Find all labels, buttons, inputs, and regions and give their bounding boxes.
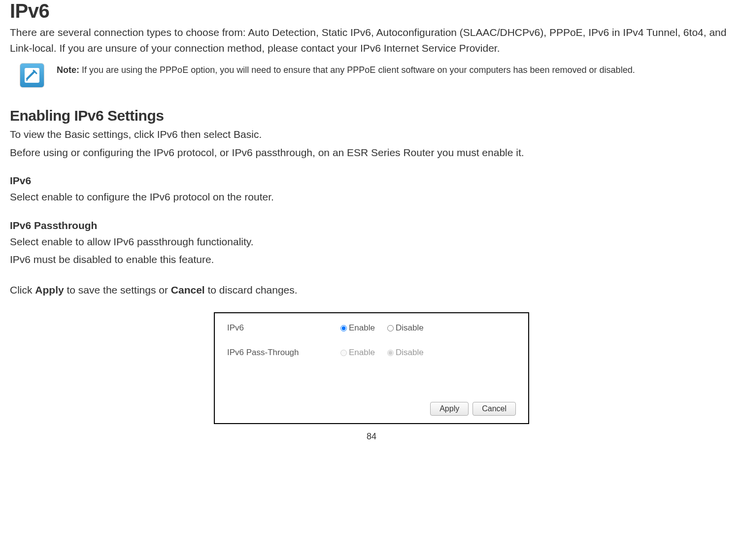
ipv6-row: IPv6 Enable Disable (227, 323, 516, 333)
passthrough-p1: Select enable to allow IPv6 passthrough … (10, 234, 733, 250)
button-row: Apply Cancel (227, 402, 516, 416)
ipv6-enable-label: Enable (349, 323, 375, 333)
ipv6-disable-label: Disable (396, 323, 424, 333)
passthrough-row-label: IPv6 Pass-Through (227, 348, 340, 358)
ipv6-heading: IPv6 (10, 175, 733, 187)
note-icon (20, 63, 44, 88)
passthrough-heading: IPv6 Passthrough (10, 220, 733, 231)
action-prefix: Click (10, 284, 35, 296)
section-p2: Before using or configuring the IPv6 pro… (10, 145, 733, 161)
ipv6-disable-option[interactable]: Disable (387, 323, 424, 333)
passthrough-row: IPv6 Pass-Through Enable Disable (227, 348, 516, 358)
cancel-button[interactable]: Cancel (473, 402, 516, 416)
passthrough-p2: IPv6 must be disabled to enable this fea… (10, 252, 733, 267)
settings-panel: IPv6 Enable Disable IPv6 Pass-Through En… (214, 312, 529, 424)
passthrough-enable-option: Enable (340, 348, 375, 358)
passthrough-enable-radio (340, 350, 347, 356)
note-text: Note: If you are using the PPPoE option,… (57, 63, 635, 76)
passthrough-radio-group: Enable Disable (340, 348, 424, 358)
action-cancel: Cancel (171, 284, 205, 296)
action-apply: Apply (35, 284, 64, 296)
action-mid: to save the settings or (64, 284, 171, 296)
ipv6-disable-radio[interactable] (387, 325, 394, 331)
ipv6-radio-group: Enable Disable (340, 323, 424, 333)
action-suffix: to discard changes. (205, 284, 298, 296)
passthrough-disable-label: Disable (396, 348, 424, 358)
passthrough-disable-radio (387, 350, 394, 356)
page-title: IPv6 (10, 0, 733, 22)
note-label: Note: (57, 65, 79, 75)
action-line: Click Apply to save the settings or Canc… (10, 282, 733, 298)
ipv6-enable-radio[interactable] (340, 325, 347, 331)
page-number: 84 (10, 431, 733, 442)
note-container: Note: If you are using the PPPoE option,… (20, 63, 733, 88)
ipv6-enable-option[interactable]: Enable (340, 323, 375, 333)
passthrough-enable-label: Enable (349, 348, 375, 358)
ipv6-row-label: IPv6 (227, 323, 340, 333)
passthrough-disable-option: Disable (387, 348, 424, 358)
section-heading: Enabling IPv6 Settings (10, 107, 733, 124)
note-body: If you are using the PPPoE option, you w… (79, 65, 635, 75)
intro-paragraph: There are several connection types to ch… (10, 25, 733, 56)
section-p1: To view the Basic settings, click IPv6 t… (10, 127, 733, 142)
apply-button[interactable]: Apply (430, 402, 469, 416)
ipv6-text: Select enable to configure the IPv6 prot… (10, 189, 733, 205)
